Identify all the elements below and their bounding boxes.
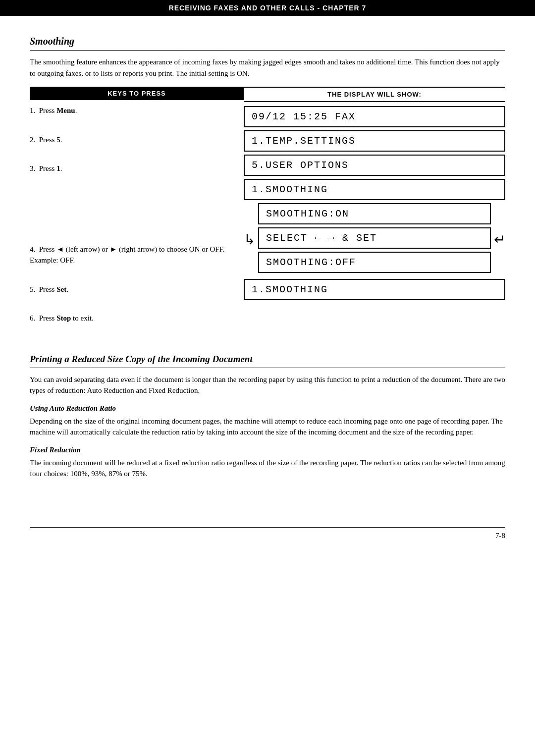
step-4: 4. Press ◄ (left arrow) or ► (right arro… xyxy=(30,244,244,266)
step-2: 2. Press 5. xyxy=(30,134,244,146)
display-column-header: THE DISPLAY WILL SHOW: xyxy=(244,87,505,102)
left-arrow-icon: ↳ xyxy=(244,203,258,276)
step-6: 6. Press Stop to exit. xyxy=(30,313,244,324)
keys-column: KEYS TO PRESS 1. Press Menu. 2. Press 5.… xyxy=(30,87,244,342)
cycling-displays: SMOOTHING:ON SELECT ← → & SET SMOOTHING:… xyxy=(258,203,491,276)
fixed-reduction-body: The incoming document will be reduced at… xyxy=(30,457,505,480)
auto-reduction-subsection: Using Auto Reduction Ratio Depending on … xyxy=(30,404,505,438)
keys-column-header: KEYS TO PRESS xyxy=(30,87,244,100)
auto-reduction-body: Depending on the size of the original in… xyxy=(30,416,505,438)
printing-body: You can avoid separating data even if th… xyxy=(30,374,505,396)
chapter-header: RECEIVING FAXES AND OTHER CALLS - CHAPTE… xyxy=(0,0,535,16)
step-5: 5. Press Set. xyxy=(30,284,244,295)
fixed-reduction-title: Fixed Reduction xyxy=(30,446,505,454)
lcd-screen-2: 1.TEMP.SETTINGS xyxy=(244,130,505,152)
printing-title: Printing a Reduced Size Copy of the Inco… xyxy=(30,354,505,365)
smoothing-body: The smoothing feature enhances the appea… xyxy=(30,56,505,79)
header-text: RECEIVING FAXES AND OTHER CALLS - CHAPTE… xyxy=(169,4,367,12)
step-3: 3. Press 1. xyxy=(30,163,244,174)
smoothing-section: Smoothing The smoothing feature enhances… xyxy=(30,36,505,342)
lcd-screen-6: SELECT ← → & SET xyxy=(258,227,491,249)
page-footer: 7-8 xyxy=(0,528,535,550)
page-wrapper: RECEIVING FAXES AND OTHER CALLS - CHAPTE… xyxy=(0,0,535,756)
keys-list: 1. Press Menu. 2. Press 5. 3. Press 1. 4… xyxy=(30,100,244,324)
lcd-screen-5: SMOOTHING:ON xyxy=(258,203,491,224)
lcd-screen-7: SMOOTHING:OFF xyxy=(258,252,491,273)
smoothing-divider xyxy=(30,50,505,51)
lcd-screen-8: 1.SMOOTHING xyxy=(244,279,505,300)
main-content: Smoothing The smoothing feature enhances… xyxy=(0,16,535,527)
printing-section: Printing a Reduced Size Copy of the Inco… xyxy=(30,354,505,480)
right-arrow-icon: ↵ xyxy=(491,203,505,276)
lcd-screen-4: 1.SMOOTHING xyxy=(244,179,505,200)
auto-reduction-title: Using Auto Reduction Ratio xyxy=(30,404,505,413)
lcd-screen-3: 5.USER OPTIONS xyxy=(244,155,505,176)
smoothing-title: Smoothing xyxy=(30,36,505,47)
keys-display-table: KEYS TO PRESS 1. Press Menu. 2. Press 5.… xyxy=(30,87,505,342)
page-number: 7-8 xyxy=(495,532,505,540)
lcd-screen-1: 09/12 15:25 FAX xyxy=(244,106,505,127)
display-column: THE DISPLAY WILL SHOW: 09/12 15:25 FAX 1… xyxy=(244,87,505,342)
arrow-display-group: ↳ SMOOTHING:ON SELECT ← → & SET SMOOTHIN… xyxy=(244,203,505,276)
fixed-reduction-subsection: Fixed Reduction The incoming document wi… xyxy=(30,446,505,480)
printing-divider xyxy=(30,368,505,368)
step-1: 1. Press Menu. xyxy=(30,105,244,116)
